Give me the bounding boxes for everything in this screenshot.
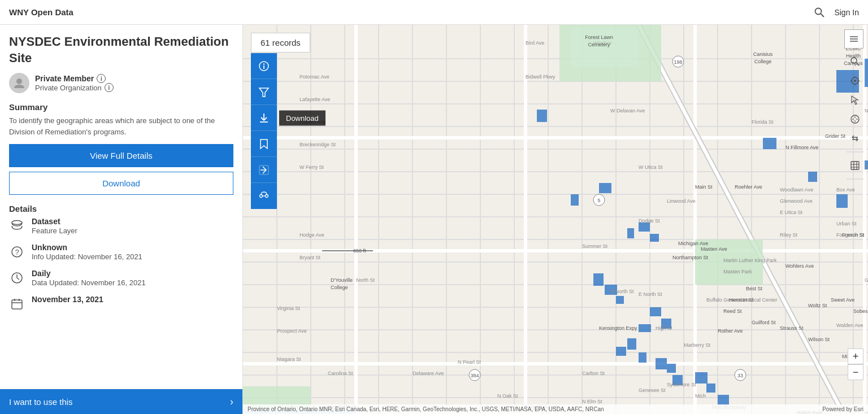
svg-text:Genesee St: Genesee St: [639, 387, 666, 393]
org-info-icon[interactable]: i: [105, 83, 114, 92]
svg-text:Main St: Main St: [695, 184, 713, 190]
svg-text:W Utica St: W Utica St: [639, 164, 663, 170]
svg-text:Florida St: Florida St: [752, 119, 774, 125]
svg-text:Guilford St: Guilford St: [752, 320, 776, 325]
svg-text:N Elm St: N Elm St: [582, 399, 602, 404]
svg-rect-63: [537, 110, 547, 122]
svg-text:E Ferry St: E Ferry St: [865, 164, 868, 170]
map-bookmark-button[interactable]: [251, 131, 277, 157]
sidebar: NYSDEC Environmental Remediation Site Pr…: [0, 25, 243, 414]
map-share-button[interactable]: [251, 157, 277, 183]
dataset-label: Dataset: [32, 217, 77, 226]
svg-rect-78: [656, 358, 667, 369]
map-location-button[interactable]: [847, 72, 863, 89]
svg-text:Walden Ave: Walden Ave: [836, 323, 863, 328]
svg-text:Bidwell Pkwy: Bidwell Pkwy: [526, 74, 555, 80]
svg-text:Delaware Ave: Delaware Ave: [413, 371, 444, 376]
svg-text:Masten Park: Masten Park: [723, 269, 752, 274]
svg-text:5: 5: [597, 198, 600, 203]
svg-text:Best St: Best St: [746, 286, 763, 291]
svg-text:Glenwood Ave: Glenwood Ave: [780, 198, 813, 204]
svg-text:Prospect Ave: Prospect Ave: [277, 328, 307, 334]
map-search-button[interactable]: [847, 53, 863, 70]
svg-line-8: [17, 278, 19, 280]
dataset-value: Feature Layer: [32, 226, 77, 235]
svg-text:W Delavan Ave: W Delavan Ave: [610, 108, 645, 114]
svg-text:E North St: E North St: [639, 291, 662, 297]
svg-rect-85: [808, 172, 817, 182]
unknown-detail-row: ? Unknown Info Updated: November 16, 202…: [9, 243, 233, 261]
svg-text:N Oak St: N Oak St: [497, 393, 518, 399]
date-icon: [9, 296, 25, 312]
map-measure-button[interactable]: [847, 111, 863, 128]
svg-text:Woodlawn Ave: Woodlawn Ave: [780, 187, 813, 193]
svg-text:W Ferry St: W Ferry St: [300, 164, 324, 170]
svg-text:North St: North St: [356, 277, 375, 283]
chevron-right-icon: ›: [230, 396, 233, 408]
svg-text:Roehler Ave: Roehler Ave: [735, 184, 762, 190]
daily-text: Daily Data Updated: November 16, 2021: [32, 269, 146, 287]
svg-rect-13: [243, 25, 868, 414]
member-org: Private Organization i: [35, 83, 114, 92]
svg-text:Summer St: Summer St: [582, 243, 608, 249]
zoom-in-button[interactable]: +: [848, 348, 863, 364]
map-collapse-button[interactable]: [847, 130, 863, 147]
use-this-button[interactable]: I want to use this ›: [0, 389, 242, 414]
svg-rect-68: [627, 228, 634, 238]
svg-text:College: College: [331, 285, 348, 290]
download-button[interactable]: Download: [9, 172, 233, 195]
unknown-icon: ?: [9, 244, 25, 260]
svg-text:High St: High St: [656, 325, 672, 331]
svg-line-229: [856, 63, 859, 66]
svg-text:Riley St: Riley St: [780, 232, 798, 238]
svg-text:E North St: E North St: [610, 289, 634, 294]
search-icon[interactable]: [814, 7, 825, 18]
main-layout: NYSDEC Environmental Remediation Site Pr…: [0, 25, 868, 414]
zoom-out-button[interactable]: −: [848, 364, 863, 380]
svg-rect-72: [650, 307, 661, 316]
svg-rect-84: [763, 138, 776, 149]
svg-text:Lafayette Ave: Lafayette Ave: [300, 97, 330, 102]
svg-text:Carolina St: Carolina St: [328, 371, 353, 376]
svg-rect-74: [639, 324, 651, 332]
svg-point-231: [854, 80, 856, 82]
unknown-label: Unknown: [32, 243, 142, 252]
member-info: Private Member i Private Organization i: [35, 74, 114, 92]
map-filter-button[interactable]: [251, 79, 277, 105]
svg-text:E Utica St: E Utica St: [780, 210, 803, 215]
map-cursor-button[interactable]: [847, 91, 863, 108]
app-title: WNY Open Data: [9, 7, 73, 17]
map-layers-button[interactable]: [844, 29, 863, 49]
map-download-button[interactable]: Download: [251, 105, 277, 131]
svg-line-1: [821, 14, 824, 17]
svg-text:Urban St: Urban St: [836, 221, 857, 226]
map-info-button[interactable]: [251, 53, 277, 79]
svg-point-222: [260, 195, 263, 198]
svg-text:Breckenridge St: Breckenridge St: [300, 142, 336, 147]
view-full-details-button[interactable]: View Full Details: [9, 144, 233, 167]
map-table-button[interactable]: [847, 157, 863, 174]
svg-rect-79: [667, 364, 676, 373]
map-ai-button[interactable]: [251, 183, 277, 209]
svg-point-2: [16, 79, 22, 84]
summary-text: To identify the geographic areas which a…: [9, 115, 233, 137]
svg-text:French St: French St: [842, 232, 865, 238]
dataset-title: NYSDEC Environmental Remediation Site: [9, 34, 233, 66]
svg-text:D'Youville: D'Youville: [331, 277, 353, 283]
map-area[interactable]: Potomac Ave Lafayette Ave Auburn Ave Bre…: [243, 25, 868, 414]
svg-text:384: 384: [470, 373, 479, 378]
zoom-controls: + −: [848, 348, 863, 380]
svg-text:33: 33: [737, 373, 743, 378]
svg-rect-67: [650, 234, 659, 242]
dataset-text: Dataset Feature Layer: [32, 217, 77, 235]
sign-in-button[interactable]: Sign In: [834, 8, 859, 17]
svg-text:N Fillmore Ave: N Fillmore Ave: [785, 145, 818, 150]
svg-text:Grider St: Grider St: [825, 133, 846, 139]
svg-text:Woltz St: Woltz St: [808, 303, 827, 308]
avatar: [9, 73, 29, 93]
svg-text:Masten Ave: Masten Ave: [701, 246, 727, 252]
member-info-icon[interactable]: i: [97, 74, 106, 83]
svg-text:Hodge Ave: Hodge Ave: [300, 232, 324, 238]
svg-text:Wilson St: Wilson St: [808, 337, 830, 342]
svg-rect-82: [706, 384, 715, 393]
